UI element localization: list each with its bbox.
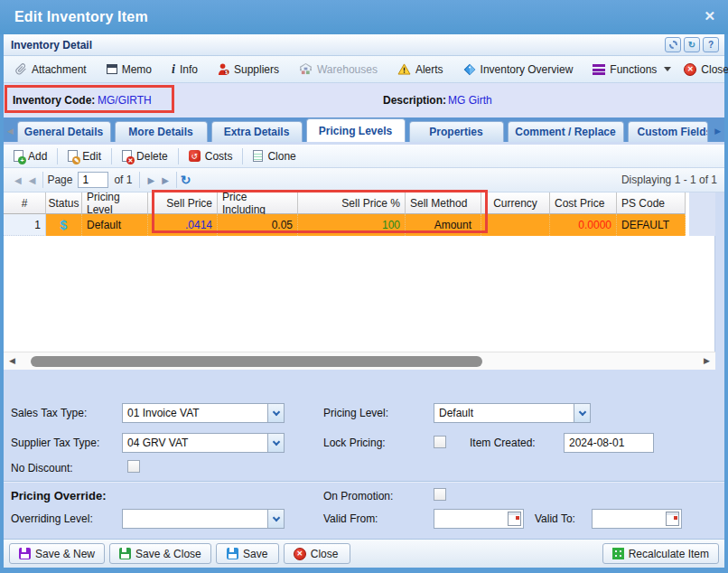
sales-tax-type-label: Sales Tax Type: bbox=[11, 407, 87, 419]
alerts-button[interactable]: Alerts bbox=[391, 61, 450, 79]
suppliers-button[interactable]: $ Suppliers bbox=[211, 61, 285, 79]
add-doc-icon: + bbox=[14, 150, 23, 162]
inventory-overview-button[interactable]: Inventory Overview bbox=[457, 61, 580, 79]
clone-doc-icon bbox=[253, 150, 263, 162]
next-page-icon[interactable]: ▶ bbox=[144, 175, 158, 185]
dollar-status-icon: $ bbox=[61, 218, 68, 232]
close-button[interactable]: ✕ Close bbox=[284, 543, 350, 564]
dropdown-button[interactable] bbox=[267, 434, 284, 452]
overriding-level-select[interactable] bbox=[122, 509, 285, 529]
save-floppy-green-icon bbox=[119, 548, 131, 559]
valid-to-input[interactable] bbox=[592, 509, 682, 529]
dropdown-button[interactable] bbox=[267, 510, 284, 528]
functions-label: Functions bbox=[610, 63, 657, 76]
table-row[interactable]: 1 $ Default .0414 0.05 100 Amount 0.0000… bbox=[4, 214, 686, 236]
costs-icon: ↺ bbox=[189, 150, 201, 162]
cell-num: 1 bbox=[4, 214, 46, 236]
col-header-pricing-level[interactable]: Pricing Level bbox=[82, 193, 148, 214]
page-number-input[interactable] bbox=[78, 172, 108, 188]
tab-properties[interactable]: Properties bbox=[409, 121, 504, 142]
add-button[interactable]: + Add bbox=[7, 147, 53, 165]
no-discount-checkbox[interactable] bbox=[127, 460, 140, 473]
info-button[interactable]: i Info bbox=[165, 61, 204, 79]
memo-button[interactable]: Memo bbox=[100, 61, 158, 79]
cell-price-including: 0.05 bbox=[218, 214, 298, 236]
calendar-icon[interactable] bbox=[666, 512, 679, 526]
paperclip-icon bbox=[15, 63, 27, 75]
footer-bar: Save & New Save & Close Save ✕ Close Rec… bbox=[4, 539, 724, 568]
pricing-level-label: Pricing Level: bbox=[323, 407, 388, 419]
item-created-input[interactable] bbox=[564, 433, 654, 453]
first-page-icon[interactable]: ◀ bbox=[11, 175, 25, 185]
warehouses-label: Warehouses bbox=[317, 63, 378, 76]
col-header-status[interactable]: Status bbox=[46, 193, 82, 214]
clone-button[interactable]: Clone bbox=[247, 147, 302, 165]
supplier-person-icon: $ bbox=[218, 63, 229, 76]
on-promotion-checkbox[interactable] bbox=[434, 488, 446, 501]
col-header-sell-price[interactable]: Sell Price bbox=[148, 193, 218, 214]
col-header-currency[interactable]: Currency bbox=[481, 193, 550, 214]
inventory-code-value: MG/GIRTH bbox=[98, 94, 152, 107]
refresh-icon: ↻ bbox=[688, 40, 695, 50]
last-page-icon[interactable]: ▶ bbox=[158, 175, 173, 185]
item-created-label: Item Created: bbox=[470, 437, 536, 449]
grid-toolbar: + Add ✎ Edit ✕ Delete ↺ Costs Clone bbox=[4, 145, 724, 168]
scrollbar-thumb[interactable] bbox=[31, 356, 482, 367]
delete-button[interactable]: ✕ Delete bbox=[116, 147, 174, 165]
col-header-cost-price[interactable]: Cost Price bbox=[550, 193, 617, 214]
supplier-tax-type-select[interactable]: 04 GRV VAT bbox=[122, 433, 285, 453]
info-icon: i bbox=[172, 64, 175, 75]
col-header-price-including[interactable]: Price Including bbox=[218, 193, 298, 214]
panel-refresh-button[interactable]: ↻ bbox=[684, 37, 700, 52]
lock-pricing-checkbox[interactable] bbox=[434, 436, 446, 448]
memo-icon bbox=[107, 64, 117, 74]
col-header-sell-price-pct[interactable]: Sell Price % bbox=[298, 193, 406, 214]
scroll-left-icon[interactable]: ◀ bbox=[9, 356, 15, 365]
save-and-close-button[interactable]: Save & Close bbox=[109, 543, 211, 564]
dialog-titlebar[interactable]: Edit Inventory Item ✕ bbox=[0, 0, 728, 34]
col-header-ps-code[interactable]: PS Code bbox=[617, 193, 686, 214]
tab-extra-details[interactable]: Extra Details bbox=[211, 121, 303, 142]
attachment-button[interactable]: Attachment bbox=[9, 61, 93, 79]
save-button[interactable]: Save bbox=[216, 543, 279, 564]
tab-custom-fields[interactable]: Custom Fields bbox=[628, 121, 708, 142]
tag-diamond-icon bbox=[463, 63, 476, 76]
sales-tax-type-select[interactable]: 01 Invoice VAT bbox=[122, 403, 285, 423]
memo-label: Memo bbox=[122, 63, 152, 76]
costs-button[interactable]: ↺ Costs bbox=[182, 147, 239, 165]
toolbar-separator bbox=[57, 148, 58, 164]
prev-page-icon[interactable]: ◀ bbox=[25, 175, 40, 185]
gear-icon bbox=[669, 41, 677, 49]
tab-general-details[interactable]: General Details bbox=[17, 121, 111, 142]
grid-refresh-icon[interactable]: ↻ bbox=[181, 173, 191, 187]
edit-button[interactable]: ✎ Edit bbox=[61, 147, 107, 165]
settings-gear-button[interactable] bbox=[665, 37, 681, 52]
tab-more-details[interactable]: More Details bbox=[115, 121, 208, 142]
col-header-sell-method[interactable]: Sell Method bbox=[406, 193, 481, 214]
save-and-new-button[interactable]: Save & New bbox=[9, 543, 105, 564]
help-button[interactable]: ? bbox=[703, 37, 719, 52]
recalculate-item-button[interactable]: Recalculate Item bbox=[602, 543, 719, 564]
valid-from-input[interactable] bbox=[434, 509, 524, 529]
tab-comment-replace[interactable]: Comment / Replace bbox=[508, 121, 624, 142]
tab-scroll-right-icon[interactable]: ▶ bbox=[714, 123, 723, 139]
toolbar-close-label: Close bbox=[701, 63, 728, 76]
inventory-detail-panel-header: Inventory Detail ↻ ? bbox=[4, 34, 724, 56]
alerts-label: Alerts bbox=[415, 63, 443, 76]
functions-button[interactable]: Functions bbox=[586, 61, 677, 79]
cell-cost-price: 0.0000 bbox=[550, 214, 617, 236]
dropdown-button[interactable] bbox=[267, 404, 284, 422]
horizontal-scrollbar[interactable]: ◀ ▶ bbox=[4, 352, 715, 370]
calendar-icon[interactable] bbox=[508, 512, 521, 526]
tab-scroll-left-icon[interactable]: ◀ bbox=[5, 123, 15, 139]
dropdown-button[interactable] bbox=[574, 404, 590, 422]
scroll-right-icon[interactable]: ▶ bbox=[704, 356, 710, 365]
dialog-close-icon[interactable]: ✕ bbox=[704, 8, 715, 24]
toolbar-close-button[interactable]: ✕ Close bbox=[677, 61, 728, 79]
cell-ps-code: DEFAULT bbox=[617, 214, 686, 236]
valid-from-label: Valid From: bbox=[323, 512, 378, 525]
pricing-level-select[interactable]: Default bbox=[434, 403, 591, 423]
col-header-num[interactable]: # bbox=[4, 193, 46, 214]
tab-pricing-levels[interactable]: Pricing Levels bbox=[306, 118, 406, 142]
warehouses-button[interactable]: Warehouses bbox=[293, 61, 384, 79]
